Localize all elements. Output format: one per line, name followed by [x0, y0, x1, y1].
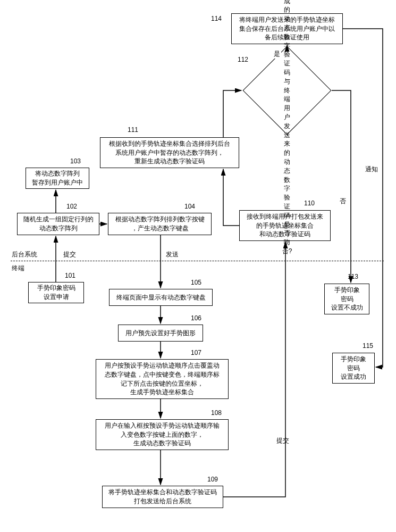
label-no: 否: [339, 197, 347, 206]
node-109-text: 将手势轨迹坐标集合和动态数字验证码打包发送给后台系统: [108, 488, 217, 506]
node-111: 根据收到的手势轨迹坐标集合选择排列后台系统用户账户中暂存的动态数字阵列，重新生成…: [100, 137, 239, 168]
node-108: 用户在输入框按预设手势运动轨迹顺序输入变色数字按键上面的数字，生成动态数字验证码: [96, 419, 229, 450]
num-113: 113: [347, 273, 359, 280]
node-103-text: 将动态数字阵列暂存到用户账户中: [32, 169, 83, 187]
num-105: 105: [190, 279, 203, 286]
node-101: 手势印象密码设置申请: [28, 282, 84, 303]
num-115: 115: [361, 342, 374, 350]
num-102: 102: [65, 203, 78, 210]
node-109: 将手势轨迹坐标集合和动态数字验证码打包发送给后台系统: [102, 486, 223, 508]
node-113-text: 手势印象密码设置不成功: [331, 286, 363, 312]
label-notify: 通知: [364, 165, 379, 174]
num-106: 106: [190, 314, 203, 322]
node-113: 手势印象密码设置不成功: [324, 284, 369, 314]
node-101-text: 手势印象密码设置申请: [37, 284, 75, 302]
node-106: 用户预先设置好手势图形: [118, 325, 203, 342]
num-114: 114: [210, 15, 223, 22]
node-111-text: 根据收到的手势轨迹坐标集合选择排列后台系统用户账户中暂存的动态数字阵列，重新生成…: [109, 139, 230, 166]
num-103: 103: [69, 157, 82, 165]
num-109: 109: [206, 476, 219, 483]
num-101: 101: [64, 272, 77, 279]
node-112-text: 比对后台系统新生成的动态数字验证码与终端用户发送来的动态数字验证码是否吻合?: [282, 0, 292, 256]
label-send: 发送: [165, 250, 180, 259]
node-107-text: 用户按预设手势运动轨迹顺序点击覆盖动态数字键盘，点中按键变色，终端顺序标记下所点…: [105, 361, 220, 397]
num-110: 110: [303, 200, 316, 207]
node-104-text: 根据动态数字阵列排列数字按键，产生动态数字键盘: [115, 215, 205, 233]
node-105-text: 终端页面中显示有动态数字键盘: [116, 293, 206, 302]
node-107: 用户按预设手势运动轨迹顺序点击覆盖动态数字键盘，点中按键变色，终端顺序标记下所点…: [96, 359, 229, 399]
node-115-text: 手势印象密码设置成功: [341, 355, 366, 381]
label-yes: 是: [273, 49, 281, 59]
node-108-text: 用户在输入框按预设手势运动轨迹顺序输入变色数字按键上面的数字，生成动态数字验证码: [105, 421, 220, 448]
node-103: 将动态数字阵列暂存到用户账户中: [26, 168, 89, 189]
node-104: 根据动态数字阵列排列数字按键，产生动态数字键盘: [108, 213, 212, 235]
node-115: 手势印象密码设置成功: [332, 353, 375, 384]
label-submit2: 提交: [275, 436, 290, 445]
num-104: 104: [183, 203, 196, 210]
num-107: 107: [190, 349, 203, 356]
flow-arrows: [0, 0, 396, 532]
node-102: 随机生成一组固定行列的动态数字阵列: [17, 213, 99, 235]
node-105: 终端页面中显示有动态数字键盘: [109, 289, 213, 306]
label-submit1: 提交: [62, 250, 77, 259]
node-106-text: 用户预先设置好手势图形: [125, 329, 196, 338]
label-backend: 后台系统: [11, 250, 38, 259]
num-112: 112: [237, 56, 249, 63]
label-terminal: 终端: [11, 264, 26, 273]
node-102-text: 随机生成一组固定行列的动态数字阵列: [23, 215, 94, 233]
num-111: 111: [127, 126, 139, 134]
num-108: 108: [210, 409, 223, 417]
